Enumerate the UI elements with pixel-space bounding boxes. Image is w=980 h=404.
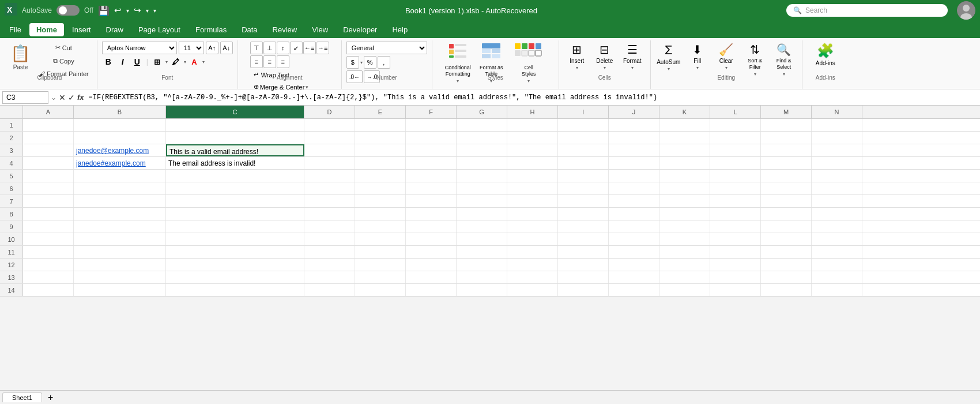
cell-n9[interactable] bbox=[812, 220, 862, 233]
redo-dropdown-icon[interactable]: ▾ bbox=[146, 8, 149, 14]
add-ins-button[interactable]: 🧩 Add-ins bbox=[812, 42, 839, 68]
cell-h3[interactable] bbox=[507, 144, 558, 156]
cell-g14[interactable] bbox=[457, 284, 507, 296]
cell-l5[interactable] bbox=[710, 170, 761, 182]
cell-e4[interactable] bbox=[355, 157, 406, 169]
cell-b13[interactable] bbox=[74, 271, 166, 283]
cell-h5[interactable] bbox=[507, 170, 558, 182]
cell-g3[interactable] bbox=[457, 144, 507, 156]
copy-button[interactable]: ⧉ Copy bbox=[35, 55, 92, 67]
row-header-8[interactable]: 8 bbox=[0, 208, 23, 220]
cell-m2[interactable] bbox=[761, 132, 812, 144]
redo-icon[interactable]: ↪ bbox=[134, 5, 141, 16]
cell-h6[interactable] bbox=[507, 182, 558, 194]
cell-k5[interactable] bbox=[659, 170, 710, 182]
cell-k2[interactable] bbox=[659, 132, 710, 144]
cell-k3[interactable] bbox=[659, 144, 710, 156]
align-center-button[interactable]: ≡ bbox=[263, 55, 276, 68]
comma-button[interactable]: , bbox=[378, 56, 390, 69]
cell-l6[interactable] bbox=[710, 182, 761, 194]
cell-h4[interactable] bbox=[507, 157, 558, 169]
cell-i3[interactable] bbox=[558, 144, 609, 156]
menu-formulas[interactable]: Formulas bbox=[189, 23, 233, 36]
row-header-2[interactable]: 2 bbox=[0, 132, 23, 144]
cell-h13[interactable] bbox=[507, 271, 558, 283]
paste-button[interactable]: 📋 Paste bbox=[7, 42, 34, 73]
cell-m7[interactable] bbox=[761, 195, 812, 207]
col-header-f[interactable]: F bbox=[406, 106, 457, 118]
row-header-5[interactable]: 5 bbox=[0, 170, 23, 182]
cell-c13[interactable] bbox=[166, 271, 304, 283]
cell-h1[interactable] bbox=[507, 119, 558, 131]
cell-d13[interactable] bbox=[304, 271, 355, 283]
cell-l4[interactable] bbox=[710, 157, 761, 169]
menu-home[interactable]: Home bbox=[29, 23, 64, 36]
cell-k13[interactable] bbox=[659, 271, 710, 283]
cell-b4[interactable]: janedoe#example.com bbox=[74, 157, 166, 169]
cell-d9[interactable] bbox=[304, 220, 355, 233]
cell-i9[interactable] bbox=[558, 220, 609, 233]
row-header-1[interactable]: 1 bbox=[0, 119, 23, 131]
cell-c7[interactable] bbox=[166, 195, 304, 207]
cell-e8[interactable] bbox=[355, 208, 406, 220]
cell-k14[interactable] bbox=[659, 284, 710, 296]
cell-l12[interactable] bbox=[710, 259, 761, 271]
cell-j11[interactable] bbox=[609, 246, 659, 258]
indent-increase-button[interactable]: →≡ bbox=[316, 42, 329, 54]
cell-d1[interactable] bbox=[304, 119, 355, 131]
cell-m10[interactable] bbox=[761, 233, 812, 245]
cell-a10[interactable] bbox=[23, 233, 74, 245]
cell-l3[interactable] bbox=[710, 144, 761, 156]
cell-b5[interactable] bbox=[74, 170, 166, 182]
col-header-n[interactable]: N bbox=[812, 106, 862, 118]
menu-file[interactable]: File bbox=[2, 23, 28, 36]
cell-n11[interactable] bbox=[812, 246, 862, 258]
col-header-j[interactable]: J bbox=[609, 106, 659, 118]
cell-a4[interactable] bbox=[23, 157, 74, 169]
cell-i13[interactable] bbox=[558, 271, 609, 283]
cell-a8[interactable] bbox=[23, 208, 74, 220]
cell-n12[interactable] bbox=[812, 259, 862, 271]
cell-b8[interactable] bbox=[74, 208, 166, 220]
cell-i1[interactable] bbox=[558, 119, 609, 131]
cell-g6[interactable] bbox=[457, 182, 507, 194]
find-select-button[interactable]: 🔍 Find &Select ▾ bbox=[771, 42, 797, 78]
cell-g10[interactable] bbox=[457, 233, 507, 245]
col-header-l[interactable]: L bbox=[710, 106, 761, 118]
cell-i8[interactable] bbox=[558, 208, 609, 220]
font-color-button[interactable]: A bbox=[188, 55, 201, 68]
corner-cell[interactable] bbox=[0, 106, 23, 118]
cell-m4[interactable] bbox=[761, 157, 812, 169]
cell-e5[interactable] bbox=[355, 170, 406, 182]
row-header-3[interactable]: 3 bbox=[0, 144, 23, 156]
cell-j2[interactable] bbox=[609, 132, 659, 144]
cell-m6[interactable] bbox=[761, 182, 812, 194]
align-middle-button[interactable]: ⊥ bbox=[263, 42, 276, 54]
cell-m14[interactable] bbox=[761, 284, 812, 296]
cell-j7[interactable] bbox=[609, 195, 659, 207]
cell-c1[interactable] bbox=[166, 119, 304, 131]
decrease-font-button[interactable]: A↓ bbox=[220, 42, 233, 54]
cell-c10[interactable] bbox=[166, 233, 304, 245]
cell-j12[interactable] bbox=[609, 259, 659, 271]
cell-n7[interactable] bbox=[812, 195, 862, 207]
cell-f13[interactable] bbox=[406, 271, 457, 283]
cell-f11[interactable] bbox=[406, 246, 457, 258]
cell-g5[interactable] bbox=[457, 170, 507, 182]
cell-a11[interactable] bbox=[23, 246, 74, 258]
cell-n14[interactable] bbox=[812, 284, 862, 296]
cell-n6[interactable] bbox=[812, 182, 862, 194]
col-header-h[interactable]: H bbox=[507, 106, 558, 118]
indent-decrease-button[interactable]: ←≡ bbox=[303, 42, 316, 54]
cell-l2[interactable] bbox=[710, 132, 761, 144]
cell-n1[interactable] bbox=[812, 119, 862, 131]
cell-b10[interactable] bbox=[74, 233, 166, 245]
cell-n2[interactable] bbox=[812, 132, 862, 144]
cell-g9[interactable] bbox=[457, 220, 507, 233]
cell-c4[interactable]: The email address is invalid! bbox=[166, 157, 304, 169]
col-header-b[interactable]: B bbox=[74, 106, 166, 118]
cell-g4[interactable] bbox=[457, 157, 507, 169]
cell-h9[interactable] bbox=[507, 220, 558, 233]
cell-b14[interactable] bbox=[74, 284, 166, 296]
cell-i10[interactable] bbox=[558, 233, 609, 245]
